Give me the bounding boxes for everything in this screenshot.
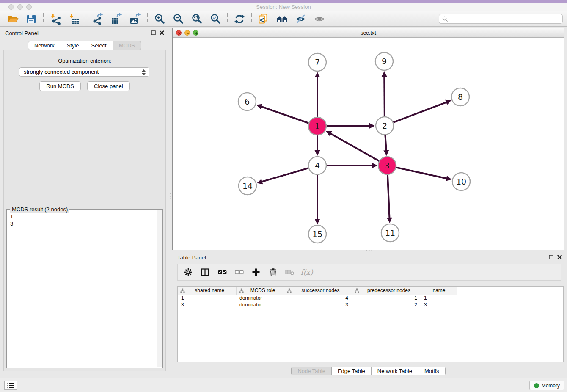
minimize-window-button[interactable] [17, 4, 23, 10]
show-column-panel-button[interactable] [198, 265, 213, 279]
show-all-button[interactable] [310, 12, 329, 26]
cell-predecessor-nodes[interactable]: 2 [352, 301, 421, 308]
save-session-button[interactable] [22, 12, 41, 26]
graph-edge[interactable] [384, 75, 385, 116]
export-image-button[interactable] [126, 12, 145, 26]
toolbar-separator [43, 13, 44, 25]
tab-style[interactable]: Style [61, 41, 85, 50]
node-table[interactable]: shared name MCDS role successor nodes pr… [177, 286, 564, 362]
graph-edge-arrowhead [257, 179, 263, 184]
export-network-icon [92, 13, 104, 25]
maximize-network-button[interactable] [193, 30, 198, 36]
tab-network[interactable]: Network [28, 41, 61, 50]
close-panel-button[interactable]: Close panel [87, 81, 130, 91]
search-input[interactable] [450, 15, 562, 23]
eye-icon [314, 14, 325, 25]
export-table-icon [111, 13, 123, 25]
delete-column-button[interactable] [265, 265, 281, 279]
tab-motifs[interactable]: Motifs [418, 367, 446, 375]
dropdown-stepper-icon [142, 69, 146, 78]
tab-edge-table[interactable]: Edge Table [332, 367, 372, 375]
import-table-icon [68, 13, 80, 25]
duplicate-network-button[interactable] [254, 12, 273, 26]
table-row[interactable]: 1 dominator 4 1 1 [178, 295, 563, 301]
close-window-button[interactable] [8, 4, 14, 10]
export-table-button[interactable] [107, 12, 126, 26]
cell-shared-name[interactable]: 1 [178, 295, 236, 301]
cell-successor-nodes[interactable]: 4 [284, 295, 352, 301]
graph-edge[interactable] [260, 168, 308, 182]
cell-name[interactable]: 1 [421, 295, 457, 301]
graph-node-label: 8 [458, 92, 463, 102]
hide-selected-button[interactable] [292, 12, 310, 26]
zoom-out-icon [173, 13, 184, 25]
cell-shared-name[interactable]: 3 [178, 301, 236, 308]
graph-edge[interactable] [394, 102, 448, 122]
open-file-button[interactable] [3, 12, 22, 26]
memory-status-icon [534, 383, 539, 388]
result-scrollbar[interactable] [157, 210, 162, 367]
deselect-all-rows-button[interactable] [231, 265, 247, 279]
graph-edge-arrowhead [315, 219, 320, 224]
cell-mcds-role[interactable]: dominator [236, 295, 284, 301]
task-history-button[interactable] [4, 381, 17, 390]
zoom-fit-button[interactable] [187, 12, 206, 26]
minimize-network-button[interactable] [184, 30, 190, 36]
column-header-predecessor-nodes[interactable]: predecessor nodes [352, 287, 421, 295]
graph-edge[interactable] [259, 106, 308, 123]
export-image-icon [129, 13, 141, 25]
zoom-out-button[interactable] [169, 12, 187, 26]
graph-edge[interactable] [396, 168, 448, 179]
vertical-splitter-handle[interactable] [170, 191, 172, 201]
toolbar-separator [251, 13, 252, 25]
tree-icon [355, 288, 359, 293]
graph-edge[interactable] [327, 126, 372, 126]
maximize-icon [194, 31, 198, 36]
optimization-criterion-select[interactable]: strongly connected component [19, 67, 149, 77]
column-header-mcds-role[interactable]: MCDS role [236, 287, 284, 295]
zoom-in-button[interactable] [150, 12, 169, 26]
column-header-name[interactable]: name [421, 287, 457, 295]
create-column-button[interactable] [248, 265, 264, 279]
close-panel-icon[interactable] [557, 255, 562, 259]
cell-successor-nodes[interactable]: 3 [284, 301, 352, 308]
mcds-result-box: MCDS result (2 nodes) 1 3 [6, 209, 163, 368]
graph-edge[interactable] [388, 175, 390, 220]
graph-node-label: 15 [312, 229, 322, 239]
zoom-window-button[interactable] [26, 4, 32, 10]
show-all-networks-button[interactable] [273, 12, 292, 26]
float-panel-icon[interactable] [151, 30, 156, 35]
window-title: Session: New Session [0, 3, 567, 11]
search-box[interactable] [439, 14, 563, 24]
zoom-selected-button[interactable] [206, 12, 225, 26]
refresh-layout-button[interactable] [230, 12, 249, 26]
tree-icon [287, 288, 292, 293]
run-mcds-button[interactable]: Run MCDS [39, 81, 81, 91]
import-table-button[interactable] [65, 12, 83, 26]
select-all-rows-button[interactable] [215, 265, 230, 279]
close-panel-icon[interactable] [160, 30, 164, 35]
tab-mcds[interactable]: MCDS [113, 41, 141, 50]
column-header-shared-name[interactable]: shared name [178, 287, 236, 295]
graph-node-label: 3 [385, 161, 390, 170]
network-canvas[interactable]: 7968124314101511 [173, 38, 564, 250]
table-settings-button[interactable] [181, 265, 196, 279]
float-panel-icon[interactable] [549, 255, 553, 259]
import-network-button[interactable] [46, 12, 65, 26]
graph-edge[interactable] [385, 135, 386, 152]
export-network-button[interactable] [89, 12, 107, 26]
cell-name[interactable]: 3 [421, 301, 457, 308]
tab-select[interactable]: Select [85, 41, 113, 50]
cell-mcds-role[interactable]: dominator [236, 301, 284, 308]
tab-network-table[interactable]: Network Table [372, 367, 418, 375]
graph-edge[interactable] [329, 133, 379, 161]
selected-criterion-value: strongly connected component [24, 69, 99, 75]
tab-node-table[interactable]: Node Table [291, 367, 332, 375]
close-network-button[interactable] [176, 30, 182, 36]
memory-button[interactable]: Memory [529, 381, 564, 390]
cell-predecessor-nodes[interactable]: 1 [352, 295, 421, 301]
table-row[interactable]: 3 dominator 3 2 3 [178, 301, 563, 308]
mcds-buttons-row: Run MCDS Close panel [4, 81, 165, 91]
function-builder-button-disabled: f(x) [299, 265, 314, 279]
column-header-successor-nodes[interactable]: successor nodes [284, 287, 352, 295]
